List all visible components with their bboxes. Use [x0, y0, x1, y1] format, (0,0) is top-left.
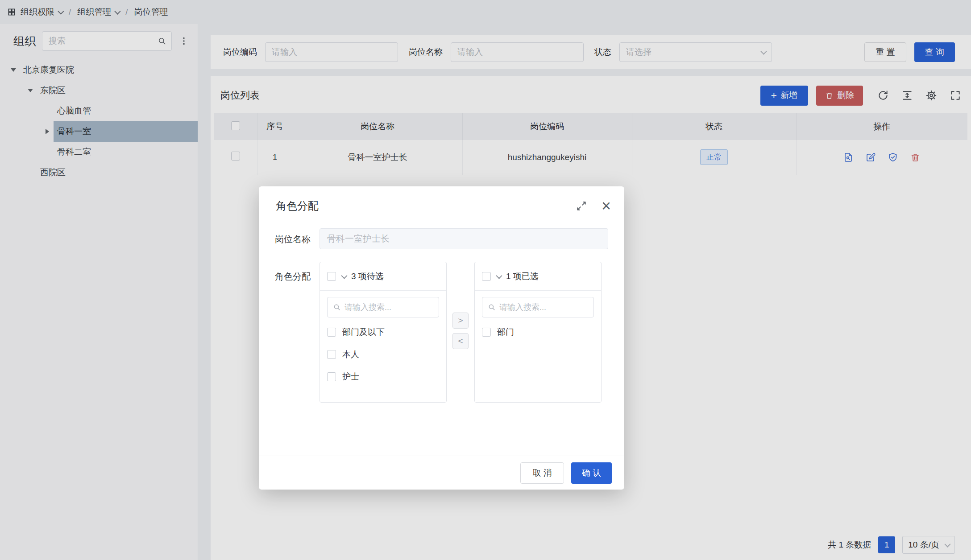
chevron-down-icon[interactable]: [341, 272, 347, 279]
source-item-nurse[interactable]: 护士: [327, 366, 439, 388]
transfer-controls: > <: [447, 262, 474, 403]
modal-footer: 取 消 确 认: [259, 456, 624, 490]
modal-position-name-input: [320, 228, 608, 249]
modal-body: 岗位名称 角色分配 3 项待选: [259, 226, 624, 403]
maximize-icon[interactable]: [576, 200, 587, 212]
close-icon[interactable]: ×: [602, 198, 611, 214]
move-left-button[interactable]: <: [452, 333, 469, 349]
source-panel-header: 3 项待选: [320, 262, 446, 291]
position-name-row: 岗位名称: [275, 228, 608, 249]
target-select-all-checkbox[interactable]: [482, 272, 491, 281]
target-search-box: [482, 297, 594, 317]
item-checkbox[interactable]: [327, 350, 336, 359]
modal-role-assign-label: 角色分配: [275, 262, 320, 403]
source-count-label: 3 项待选: [351, 271, 384, 282]
transfer-target-panel: 1 项已选: [474, 262, 602, 403]
search-icon: [333, 303, 341, 311]
source-item-dept-and-below[interactable]: 部门及以下: [327, 321, 439, 343]
item-label: 部门及以下: [342, 326, 385, 338]
source-search-input[interactable]: [344, 303, 433, 312]
modal-position-name-label: 岗位名称: [275, 228, 320, 249]
target-count-label: 1 项已选: [506, 271, 539, 282]
item-label: 部门: [497, 326, 514, 338]
modal-header: 角色分配 ×: [259, 186, 624, 226]
item-label: 护士: [342, 371, 359, 383]
item-checkbox[interactable]: [327, 372, 336, 381]
role-transfer: 3 项待选: [320, 262, 608, 403]
target-panel-header: 1 项已选: [475, 262, 601, 291]
role-assign-modal: 角色分配 × 岗位名称 角色分配: [259, 186, 624, 490]
source-item-self[interactable]: 本人: [327, 343, 439, 366]
item-label: 本人: [342, 349, 359, 360]
cancel-button[interactable]: 取 消: [520, 462, 564, 484]
source-search-box: [327, 297, 439, 317]
target-item-dept[interactable]: 部门: [482, 321, 594, 343]
confirm-button[interactable]: 确 认: [571, 462, 612, 484]
chevron-down-icon[interactable]: [496, 272, 502, 279]
item-checkbox[interactable]: [482, 328, 491, 337]
source-select-all-checkbox[interactable]: [327, 272, 336, 281]
app-page: 组织权限 / 组织管理 / 岗位管理 组织: [0, 0, 971, 560]
item-checkbox[interactable]: [327, 328, 336, 337]
modal-title: 角色分配: [276, 199, 319, 213]
role-assign-row: 角色分配 3 项待选: [275, 262, 608, 403]
move-right-button[interactable]: >: [452, 313, 469, 329]
target-search-input[interactable]: [499, 303, 588, 312]
target-items: 部门: [475, 319, 601, 345]
source-items: 部门及以下 本人 护士: [320, 319, 446, 390]
transfer-source-panel: 3 项待选: [320, 262, 447, 403]
search-icon: [488, 303, 496, 311]
